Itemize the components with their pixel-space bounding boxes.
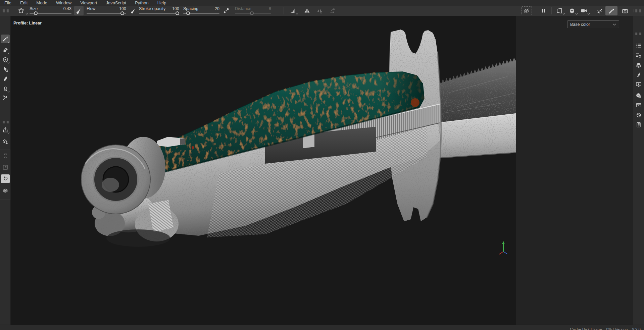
perspective-cube-icon xyxy=(568,7,576,14)
mirror-settings-icon xyxy=(316,7,323,14)
brush-tip-icon xyxy=(76,7,82,14)
history-button[interactable] xyxy=(635,111,643,119)
paint-brush-icon xyxy=(608,7,615,14)
hourglass-icon xyxy=(2,153,9,159)
transform-button xyxy=(328,6,338,15)
size-param: Size 0.43 xyxy=(30,6,71,15)
distance-value: 8 xyxy=(269,6,271,11)
log-button[interactable] xyxy=(635,121,643,129)
axis-gizmo[interactable] xyxy=(499,241,507,254)
spacing-value[interactable]: 20 xyxy=(215,6,219,11)
menu-file[interactable]: File xyxy=(0,0,16,6)
paint-mode-button[interactable] xyxy=(605,6,617,15)
stroke-opacity-slider[interactable] xyxy=(139,13,179,14)
spacing-slider[interactable] xyxy=(183,13,219,14)
polygon-fill-tool-button[interactable] xyxy=(1,65,10,73)
clone-tool-button[interactable] xyxy=(1,84,10,93)
toolbar-drag-handle-right[interactable] xyxy=(634,9,642,12)
chevron-down-icon xyxy=(7,52,10,54)
size-value[interactable]: 0.43 xyxy=(63,6,71,11)
perspective-button[interactable] xyxy=(566,6,577,15)
texture-set-settings-icon xyxy=(635,52,642,59)
size-label: Size xyxy=(30,6,38,11)
menu-bar: File Edit Mode Window Viewport JavaScrip… xyxy=(0,0,644,6)
stroke-dots-icon xyxy=(223,7,230,14)
stencil-visibility-button[interactable] xyxy=(521,6,532,15)
assets-shelf-button[interactable] xyxy=(635,101,643,109)
spacing-param: Spacing 20 xyxy=(183,6,219,15)
baking-mode-button[interactable] xyxy=(1,186,10,195)
layers-button[interactable] xyxy=(635,61,643,69)
falloff-button[interactable] xyxy=(287,6,298,15)
menu-window[interactable]: Window xyxy=(52,0,76,6)
size-slider-handle[interactable] xyxy=(34,11,38,15)
flow-value[interactable]: 100 xyxy=(119,6,126,11)
pause-engine-button[interactable] xyxy=(538,6,548,15)
material-picker-tool-button[interactable] xyxy=(1,94,10,102)
menu-edit[interactable]: Edit xyxy=(16,0,32,6)
chevron-down-icon xyxy=(7,132,10,134)
stroke-opacity-slider-handle[interactable] xyxy=(176,11,179,15)
chevron-down-icon xyxy=(613,23,616,25)
viewport-unrendered-area xyxy=(516,16,632,325)
right-sidebar-drag-handle[interactable] xyxy=(635,33,642,35)
toolbar-drag-handle[interactable] xyxy=(2,9,10,12)
brush-stroke-button[interactable] xyxy=(635,71,643,79)
distance-slider-handle xyxy=(250,11,254,15)
external-link-icon xyxy=(2,164,9,171)
stroke-opacity-param: Stroke opacity 100 xyxy=(139,6,179,15)
menu-mode[interactable]: Mode xyxy=(32,0,52,6)
camera-view-button[interactable] xyxy=(554,6,565,15)
left-toolbar-drag-handle[interactable] xyxy=(2,121,9,123)
camera-animation-button[interactable] xyxy=(578,6,590,15)
flow-slider-handle[interactable] xyxy=(120,11,124,15)
menu-help[interactable]: Help xyxy=(153,0,171,6)
stroke-opacity-value[interactable]: 100 xyxy=(172,6,179,11)
smudge-finger-icon xyxy=(2,75,9,82)
projection-tool-button[interactable] xyxy=(1,55,10,64)
log-document-icon xyxy=(635,121,642,128)
history-clock-icon xyxy=(635,112,642,118)
smudge-tool-button[interactable] xyxy=(1,74,10,83)
eraser-tool-button[interactable] xyxy=(1,46,10,54)
brush-preset-button[interactable] xyxy=(15,6,28,15)
screenshot-button[interactable] xyxy=(620,6,630,15)
chevron-down-icon xyxy=(7,91,10,93)
spacing-label: Spacing xyxy=(183,6,198,11)
menu-python[interactable]: Python xyxy=(131,0,153,6)
x-axis xyxy=(499,252,503,254)
mirror-symmetry-icon xyxy=(304,7,310,14)
viewport-3d[interactable]: Profile: Linear Base color xyxy=(11,16,632,325)
baking-box-icon xyxy=(2,187,9,194)
assets-button[interactable] xyxy=(1,137,10,146)
spacing-slider-handle[interactable] xyxy=(186,11,190,15)
flow-slider[interactable] xyxy=(87,13,126,14)
menu-javascript[interactable]: JavaScript xyxy=(101,0,131,6)
resources-updater-button[interactable] xyxy=(1,174,10,183)
display-settings-button[interactable] xyxy=(635,80,643,89)
texture-set-list-icon xyxy=(635,42,642,49)
left-toolbar xyxy=(0,16,11,325)
distance-label: Distance xyxy=(235,6,251,11)
lazy-mouse-button[interactable] xyxy=(221,6,231,15)
size-slider[interactable] xyxy=(30,13,71,14)
texture-set-list-button[interactable] xyxy=(635,42,643,50)
pause-icon xyxy=(540,8,546,14)
chevron-down-icon xyxy=(26,13,28,15)
menu-viewport[interactable]: Viewport xyxy=(76,0,101,6)
status-text: Cache Disk Usage 0% | Version 9.2.0 xyxy=(570,327,641,330)
brush-tip-button-2[interactable] xyxy=(129,6,138,15)
rust-dot xyxy=(411,98,419,107)
shader-settings-button[interactable] xyxy=(635,92,643,100)
channel-selector-dropdown[interactable]: Base color xyxy=(567,20,619,28)
paint-tool-button[interactable] xyxy=(1,35,10,43)
particles-button[interactable] xyxy=(595,6,605,15)
distance-param: Distance 8 xyxy=(235,6,271,15)
brush-tip-button[interactable] xyxy=(74,6,84,15)
chevron-down-icon xyxy=(562,13,565,15)
export-textures-button[interactable] xyxy=(1,125,10,134)
falloff-curve-icon xyxy=(289,7,296,14)
texture-set-settings-button[interactable] xyxy=(635,51,643,59)
symmetry-button[interactable] xyxy=(302,6,312,15)
brush-alpha-star-icon xyxy=(17,7,25,14)
